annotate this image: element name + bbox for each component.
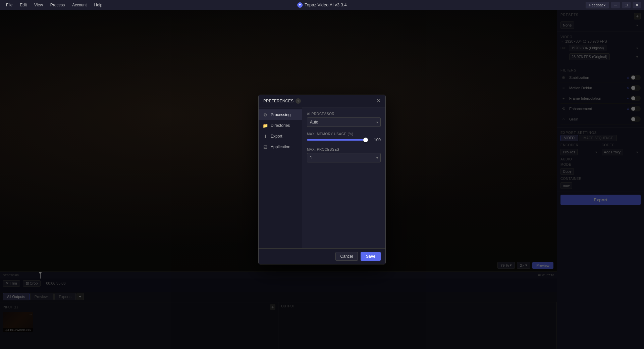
ai-processor-select[interactable]: Auto CPU GPU 0 [307,117,381,127]
window-controls: Feedback ─ □ ✕ [586,2,641,8]
max-memory-slider-row: 100 [307,138,381,142]
modal-title: PREFERENCES ? [263,98,301,104]
max-processes-group: MAX. PROCESSES 1 2 3 4 [307,148,381,162]
max-memory-slider[interactable] [307,139,368,141]
feedback-button[interactable]: Feedback [586,2,609,8]
max-memory-label: MAX. MEMORY USAGE (%) [307,132,381,136]
close-button[interactable]: ✕ [633,2,641,8]
nav-directories-label: Directories [271,123,290,128]
nav-application-label: Application [271,145,290,149]
minimize-button[interactable]: ─ [611,2,620,8]
ai-processor-group: AI PROCESSOR Auto CPU GPU 0 [307,112,381,127]
menu-file[interactable]: File [3,1,16,9]
preferences-modal: PREFERENCES ? ✕ ⚙ Processing 📁 Directori… [258,95,386,264]
menu-edit[interactable]: Edit [16,1,30,9]
titlebar: File Edit View Process Account Help ▼ To… [0,0,644,10]
application-nav-icon: ☑ [263,144,268,150]
ai-processor-label: AI PROCESSOR [307,112,381,116]
max-memory-group: MAX. MEMORY USAGE (%) 100 [307,132,381,142]
max-processes-select[interactable]: 1 2 3 4 [307,153,381,162]
modal-header: PREFERENCES ? ✕ [259,95,385,107]
nav-application[interactable]: ☑ Application [259,142,302,152]
directories-nav-icon: 📁 [263,123,268,128]
maximize-button[interactable]: □ [622,2,631,8]
menu-help[interactable]: Help [91,1,106,9]
max-processes-label: MAX. PROCESSES [307,148,381,151]
modal-body: ⚙ Processing 📁 Directories ⬇ Export ☑ Ap… [259,107,385,248]
menu-bar: File Edit View Process Account Help [3,1,106,9]
app-logo: ▼ [297,2,303,8]
modal-sidebar: ⚙ Processing 📁 Directories ⬇ Export ☑ Ap… [259,107,302,248]
modal-title-text: PREFERENCES [263,99,293,103]
modal-content: AI PROCESSOR Auto CPU GPU 0 MAX. MEMORY … [302,107,385,248]
menu-process[interactable]: Process [47,1,68,9]
menu-view[interactable]: View [31,1,46,9]
ai-processor-select-wrapper: Auto CPU GPU 0 [307,117,381,127]
nav-processing-label: Processing [271,112,290,117]
processing-nav-icon: ⚙ [263,112,268,117]
app-title-area: ▼ Topaz Video AI v3.3.4 [297,2,347,8]
modal-footer: Cancel Save [259,248,385,264]
help-icon[interactable]: ? [296,98,301,104]
save-button[interactable]: Save [361,252,381,261]
nav-export[interactable]: ⬇ Export [259,131,302,142]
modal-overlay: PREFERENCES ? ✕ ⚙ Processing 📁 Directori… [0,10,644,349]
nav-processing[interactable]: ⚙ Processing [259,109,302,120]
app-title: Topaz Video AI v3.3.4 [305,2,347,7]
nav-export-label: Export [271,134,282,139]
nav-directories[interactable]: 📁 Directories [259,120,302,131]
max-processes-select-wrapper: 1 2 3 4 [307,153,381,162]
menu-account[interactable]: Account [69,1,90,9]
export-nav-icon: ⬇ [263,134,268,139]
cancel-button[interactable]: Cancel [335,252,358,261]
max-memory-value: 100 [371,138,381,142]
modal-close-button[interactable]: ✕ [376,98,381,104]
